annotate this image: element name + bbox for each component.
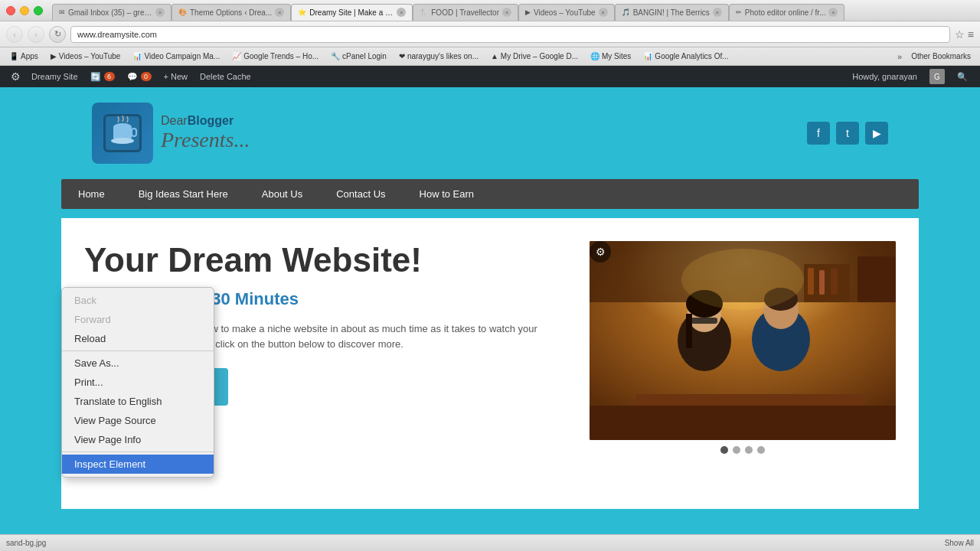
ctx-translate[interactable]: Translate to English xyxy=(62,392,214,411)
bookmark-trends[interactable]: 📈 Google Trends – Ho... xyxy=(229,51,322,61)
ctx-back[interactable]: Back xyxy=(62,291,214,310)
wp-site-name[interactable]: Dreamy Site xyxy=(25,66,84,87)
site-logo: Dear Blogger Presents... xyxy=(92,103,250,164)
tab-youtube-close[interactable]: × xyxy=(599,8,608,17)
wp-logo-item[interactable]: ⚙ xyxy=(6,66,25,87)
svg-rect-13 xyxy=(831,269,838,295)
nav-contact[interactable]: Contact Us xyxy=(319,179,402,209)
cpanel-icon: 🔧 xyxy=(331,52,340,60)
bookmark-other[interactable]: Other Bookmarks xyxy=(908,51,974,61)
youtube-icon[interactable]: ▶ xyxy=(865,122,888,145)
svg-rect-21 xyxy=(691,318,717,324)
bookmarks-bar: 📱 Apps ▶ Videos – YouTube 📊 Video Campai… xyxy=(0,47,980,66)
tab-gmail-close[interactable]: × xyxy=(155,8,165,17)
logo-blogger: Blogger xyxy=(188,114,234,128)
likes-icon: ❤ xyxy=(399,52,405,60)
tab-food[interactable]: 🍴 FOOD | Travellector × xyxy=(413,4,518,21)
bookmarks-more[interactable]: » xyxy=(897,52,902,61)
svg-rect-11 xyxy=(808,268,814,295)
reload-button[interactable]: ↻ xyxy=(49,26,66,43)
wp-comments[interactable]: 💬 0 xyxy=(121,66,158,87)
logo-icon xyxy=(92,103,153,164)
svg-rect-23 xyxy=(590,406,896,440)
wp-delete-cache[interactable]: Delete Cache xyxy=(194,66,257,87)
tab-food-close[interactable]: × xyxy=(502,8,511,17)
ctx-page-info[interactable]: View Page Info xyxy=(62,430,214,449)
tab-youtube-favicon: ▶ xyxy=(525,8,531,16)
forward-button[interactable]: › xyxy=(28,26,44,43)
slider-settings-icon[interactable]: ⚙ xyxy=(590,241,611,262)
bookmark-campaign[interactable]: 📊 Video Campaign Ma... xyxy=(129,51,223,61)
bookmark-mysites-label: My Sites xyxy=(602,52,631,60)
wp-admin-bar: ⚙ Dreamy Site 🔄 6 💬 0 + New Delete Cache… xyxy=(0,66,980,87)
bookmark-drive[interactable]: ▲ My Drive – Google D... xyxy=(488,51,581,61)
menu-icon[interactable]: ≡ xyxy=(968,28,974,41)
svg-rect-22 xyxy=(635,394,865,406)
tab-photo[interactable]: ✏ Photo editor online / fr... × xyxy=(729,4,845,21)
logo-text-group: Dear Blogger Presents... xyxy=(161,114,250,152)
nav-about[interactable]: About Us xyxy=(245,179,319,209)
show-all-button[interactable]: Show All xyxy=(945,539,974,547)
star-icon[interactable]: ☆ xyxy=(955,28,965,41)
nav-how-to-earn[interactable]: How to Earn xyxy=(403,179,492,209)
facebook-icon[interactable]: f xyxy=(807,122,830,145)
analytics-icon: 📊 xyxy=(643,52,652,60)
wp-updates[interactable]: 🔄 6 xyxy=(84,66,121,87)
tab-berrics[interactable]: 🎵 BANGIN! | The Berrics × xyxy=(615,4,729,21)
minimize-button[interactable] xyxy=(20,6,29,15)
site-header: Dear Blogger Presents... f t ▶ xyxy=(0,87,980,179)
tab-youtube-label: Videos – YouTube xyxy=(534,8,596,17)
bookmark-analytics[interactable]: 📊 Google Analytics Of... xyxy=(640,51,731,61)
bookmark-cpanel-label: cPanel Login xyxy=(342,52,387,60)
ctx-reload[interactable]: Reload xyxy=(62,329,214,348)
twitter-icon[interactable]: t xyxy=(836,122,859,145)
svg-rect-10 xyxy=(858,256,896,302)
tab-theme[interactable]: 🎨 Theme Options ‹ Drea... × xyxy=(172,4,291,21)
address-bar[interactable]: www.dreamysite.com xyxy=(70,26,950,43)
close-button[interactable] xyxy=(6,6,15,15)
slide-dot-1[interactable] xyxy=(720,446,728,454)
bookmark-youtube[interactable]: ▶ Videos – YouTube xyxy=(47,51,124,61)
ctx-print[interactable]: Print... xyxy=(62,373,214,392)
wp-updates-icon: 🔄 xyxy=(90,72,101,82)
bookmark-trends-label: Google Trends – Ho... xyxy=(243,52,318,60)
tab-dreamy[interactable]: ⭐ Dreamy Site | Make a W... × xyxy=(291,4,413,21)
tab-youtube[interactable]: ▶ Videos – YouTube × xyxy=(518,4,615,21)
tab-gmail-favicon: ✉ xyxy=(59,8,65,16)
social-icons: f t ▶ xyxy=(807,122,888,145)
tab-dreamy-close[interactable]: × xyxy=(397,8,406,17)
campaign-icon: 📊 xyxy=(132,52,142,60)
bookmark-cpanel[interactable]: 🔧 cPanel Login xyxy=(328,51,390,61)
bookmark-other-label: Other Bookmarks xyxy=(911,52,971,60)
bookmark-drive-label: My Drive – Google D... xyxy=(501,52,578,60)
bookmark-mysites[interactable]: 🌐 My Sites xyxy=(587,51,634,61)
back-button[interactable]: ‹ xyxy=(6,26,23,43)
tab-photo-close[interactable]: × xyxy=(828,8,838,17)
bookmark-likes[interactable]: ❤ narayguy's likes on... xyxy=(396,51,482,61)
wp-new[interactable]: + New xyxy=(158,66,194,87)
nav-big-ideas[interactable]: Big Ideas Start Here xyxy=(122,179,245,209)
ctx-inspect[interactable]: Inspect Element xyxy=(62,455,214,474)
slide-dot-2[interactable] xyxy=(733,446,740,454)
slide-dot-3[interactable] xyxy=(745,446,753,454)
browser-window: ✉ Gmail Inbox (35) – gregnaray... × 🎨 Th… xyxy=(0,0,980,551)
wp-comments-count: 0 xyxy=(141,72,152,81)
wp-search-toggle[interactable]: 🔍 xyxy=(951,66,974,87)
ctx-view-source[interactable]: View Page Source xyxy=(62,411,214,430)
ctx-save[interactable]: Save As... xyxy=(62,354,214,373)
tab-theme-favicon: 🎨 xyxy=(178,8,187,16)
bookmark-apps[interactable]: 📱 Apps xyxy=(6,51,41,61)
tab-gmail[interactable]: ✉ Gmail Inbox (35) – gregnaray... × xyxy=(52,4,172,21)
maximize-button[interactable] xyxy=(34,6,43,15)
tab-berrics-favicon: 🎵 xyxy=(622,8,630,16)
wp-avatar[interactable]: G xyxy=(923,66,951,87)
ctx-sep-1 xyxy=(62,350,214,351)
nav-home[interactable]: Home xyxy=(61,179,122,209)
wp-updates-count: 6 xyxy=(104,72,115,81)
slide-dot-4[interactable] xyxy=(757,446,765,454)
tab-theme-close[interactable]: × xyxy=(275,8,284,17)
website: Dear Blogger Presents... f t ▶ Home Big … xyxy=(0,87,980,534)
title-bar: ✉ Gmail Inbox (35) – gregnaray... × 🎨 Th… xyxy=(0,0,980,21)
tab-berrics-close[interactable]: × xyxy=(713,8,722,17)
ctx-forward[interactable]: Forward xyxy=(62,310,214,329)
